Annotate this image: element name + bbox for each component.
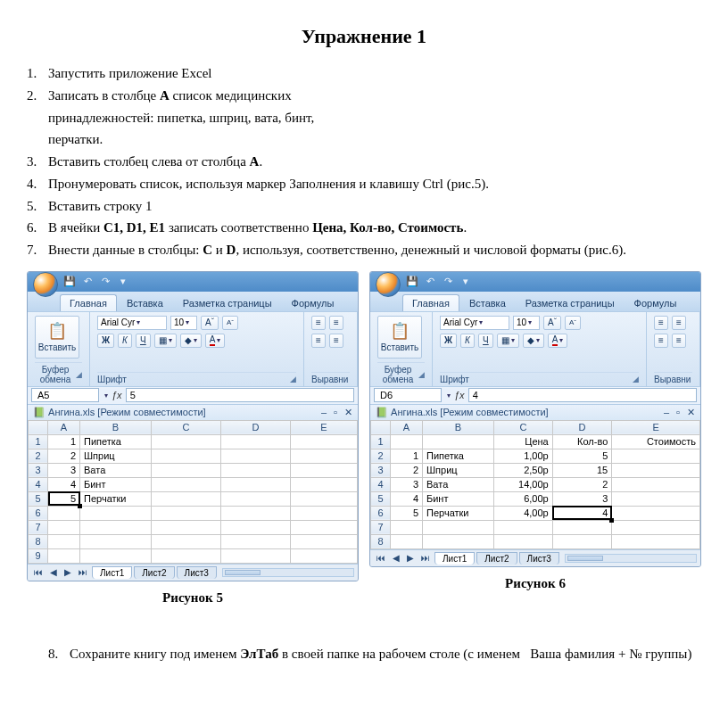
close-icon[interactable]: ✕ (344, 407, 352, 418)
row-header[interactable]: 7 (29, 520, 48, 534)
fx-icon[interactable]: ƒx (112, 390, 122, 400)
spreadsheet-grid[interactable]: ABCDE11Пипетка22Шприц33Вата44Бинт55Перча… (28, 420, 358, 564)
cell[interactable]: 3 (48, 463, 80, 477)
cell[interactable] (612, 520, 700, 534)
cell[interactable] (152, 434, 221, 449)
column-header[interactable]: B (423, 420, 494, 434)
ribbon-tab[interactable]: Разметка страницы (516, 294, 625, 311)
column-header[interactable]: A (391, 420, 423, 434)
grow-font-button[interactable]: Aˇ (543, 316, 561, 330)
cell[interactable]: Бинт (423, 491, 494, 506)
font-name-select[interactable]: Arial Cyr▾ (97, 316, 167, 330)
italic-button[interactable]: К (118, 334, 132, 348)
office-button[interactable] (33, 272, 58, 297)
cell[interactable] (612, 506, 700, 520)
column-header[interactable]: D (552, 420, 612, 434)
underline-button[interactable]: Ч (136, 334, 151, 348)
cell[interactable]: 4 (48, 477, 80, 491)
align-left-button[interactable]: ≡ (311, 334, 326, 348)
cell[interactable] (391, 534, 423, 548)
save-icon[interactable]: 💾 (406, 276, 418, 288)
redo-icon[interactable]: ↷ (99, 276, 112, 288)
cell[interactable] (152, 463, 221, 477)
cell[interactable]: Перчатки (80, 491, 152, 506)
cell[interactable]: 15 (552, 463, 612, 477)
sheet-tab[interactable]: Лист3 (177, 566, 217, 579)
column-header[interactable]: E (612, 420, 700, 434)
qat-dropdown-icon[interactable]: ▾ (459, 276, 472, 288)
sheet-nav-first-icon[interactable]: ⏮ (31, 567, 46, 577)
fill-color-button[interactable]: ◆▾ (180, 334, 202, 348)
italic-button[interactable]: К (460, 334, 475, 348)
sheet-nav-last-icon[interactable]: ⏭ (76, 567, 90, 577)
font-color-button[interactable]: A▾ (548, 334, 568, 348)
cell[interactable] (220, 548, 290, 563)
cell[interactable]: Пипетка (423, 449, 494, 463)
font-size-select[interactable]: 10▾ (170, 316, 197, 330)
row-header[interactable]: 8 (29, 534, 48, 548)
horizontal-scrollbar[interactable] (222, 568, 354, 577)
name-box-dropdown-icon[interactable]: ▾ (447, 392, 451, 400)
spreadsheet-grid[interactable]: ABCDE1ЦенаКол-воСтоимость21Пипетка1,00р5… (370, 420, 700, 549)
column-header[interactable]: C (152, 420, 221, 434)
sheet-tab[interactable]: Лист1 (434, 552, 475, 565)
cell[interactable] (290, 548, 357, 563)
cell[interactable] (612, 477, 700, 491)
fill-color-button[interactable]: ◆▾ (523, 334, 544, 348)
cell[interactable] (552, 534, 612, 548)
sheet-nav-next-icon[interactable]: ▶ (62, 567, 74, 577)
cell[interactable]: Бинт (80, 477, 152, 491)
cell[interactable]: Стоимость (612, 434, 700, 449)
cell[interactable]: Вата (80, 463, 152, 477)
column-header[interactable]: E (290, 420, 357, 434)
cell[interactable]: 5 (552, 449, 612, 463)
cell[interactable] (290, 463, 357, 477)
row-header[interactable]: 4 (29, 477, 48, 491)
office-button[interactable] (376, 272, 401, 297)
cell[interactable] (80, 506, 152, 520)
cell[interactable]: 3 (552, 491, 612, 506)
cell[interactable] (612, 491, 700, 506)
cell[interactable]: 2 (391, 463, 423, 477)
column-header[interactable]: B (80, 420, 152, 434)
formula-input[interactable]: 5 (126, 388, 354, 402)
sheet-tab[interactable]: Лист1 (92, 566, 132, 579)
formula-input[interactable]: 4 (468, 388, 697, 402)
cell[interactable] (290, 534, 357, 548)
row-header[interactable]: 3 (371, 463, 391, 477)
cell[interactable] (152, 534, 221, 548)
cell[interactable]: 1 (391, 449, 423, 463)
cell[interactable] (48, 520, 80, 534)
cell[interactable]: 3 (391, 477, 423, 491)
cell[interactable]: 14,00р (494, 477, 553, 491)
align-center-button[interactable]: ≡ (672, 334, 686, 348)
cell[interactable] (80, 520, 152, 534)
cell[interactable]: 2 (552, 477, 612, 491)
undo-icon[interactable]: ↶ (81, 276, 94, 288)
row-header[interactable]: 6 (29, 506, 48, 520)
cell[interactable]: 1 (48, 434, 80, 449)
cell[interactable] (220, 434, 290, 449)
sheet-nav-prev-icon[interactable]: ◀ (47, 567, 60, 577)
redo-icon[interactable]: ↷ (442, 276, 454, 288)
paste-button[interactable]: 📋 Вставить (377, 316, 422, 359)
row-header[interactable]: 8 (371, 534, 391, 548)
name-box[interactable]: A5 (31, 388, 99, 402)
cell[interactable]: 5 (48, 491, 80, 506)
cell[interactable] (423, 520, 494, 534)
ribbon-tab[interactable]: Формулы (282, 294, 344, 311)
shrink-font-button[interactable]: Aˇ (222, 316, 238, 330)
bold-button[interactable]: Ж (440, 334, 457, 348)
cell[interactable] (152, 506, 221, 520)
underline-button[interactable]: Ч (478, 334, 493, 348)
column-header[interactable]: C (494, 420, 553, 434)
cell[interactable] (612, 449, 700, 463)
font-name-select[interactable]: Arial Cyr▾ (440, 316, 509, 330)
align-center-button[interactable]: ≡ (329, 334, 343, 348)
border-button[interactable]: ▦▾ (154, 334, 177, 348)
ribbon-tab[interactable]: Вставка (459, 294, 516, 311)
cell[interactable] (220, 506, 290, 520)
sheet-nav-last-icon[interactable]: ⏭ (418, 553, 433, 563)
cell[interactable] (152, 449, 221, 463)
row-header[interactable]: 2 (371, 449, 391, 463)
